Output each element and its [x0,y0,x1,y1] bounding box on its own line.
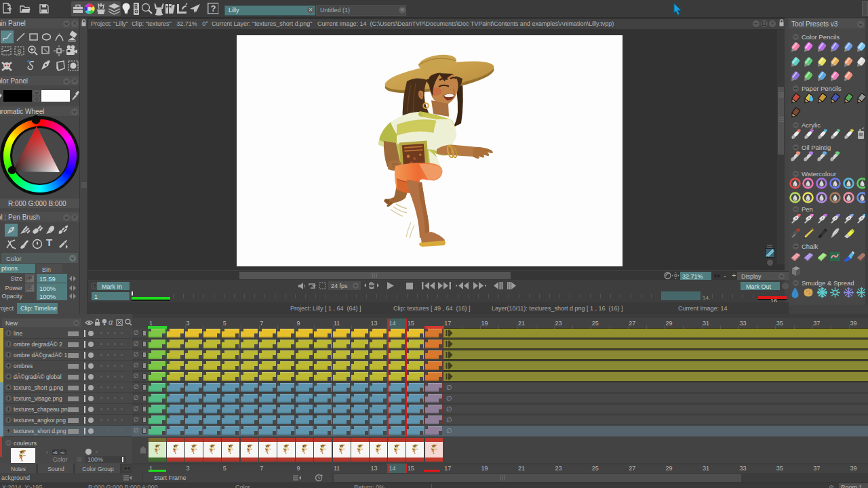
svg-text:C: C [28,285,33,291]
svg-text:P: P [28,276,32,282]
svg-text:?: ? [211,3,216,14]
svg-text:S: S [17,48,21,55]
